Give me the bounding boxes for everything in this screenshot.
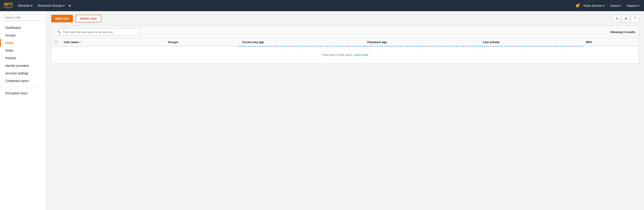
th-password-age-label: Password age bbox=[367, 40, 386, 44]
sidebar-item-users[interactable]: Users bbox=[0, 39, 46, 47]
services-menu-button[interactable]: Services ▾ bbox=[16, 2, 34, 9]
table-toolbar: 🔍 Showing 0 results bbox=[52, 26, 638, 38]
sidebar-item-roles-label: Roles bbox=[5, 49, 14, 52]
select-all-header[interactable] bbox=[52, 38, 60, 46]
resource-groups-label: Resource Groups bbox=[38, 4, 62, 7]
sidebar-item-dashboard[interactable]: Dashboard bbox=[0, 24, 46, 31]
add-user-label: Add user bbox=[55, 17, 69, 20]
top-navigation: Services ▾ Resource Groups ▾ ★ 🔔 Robin M… bbox=[0, 0, 644, 11]
delete-user-button[interactable]: Delete user bbox=[76, 15, 101, 22]
support-chevron-icon: ▾ bbox=[638, 4, 639, 7]
sidebar-item-dashboard-label: Dashboard bbox=[5, 26, 21, 29]
sidebar-divider bbox=[0, 87, 46, 87]
showing-results-label: Showing 0 results bbox=[610, 30, 635, 34]
notifications-bell[interactable]: 🔔 bbox=[576, 4, 580, 7]
th-mfa: MFA bbox=[583, 38, 638, 46]
th-username-label: User name bbox=[64, 40, 78, 44]
th-groups-label: Groups bbox=[168, 40, 178, 44]
aws-logo[interactable] bbox=[4, 2, 12, 9]
services-label: Services bbox=[18, 4, 30, 7]
sidebar-item-roles[interactable]: Roles bbox=[0, 47, 46, 54]
th-password-age: Password age bbox=[364, 38, 480, 46]
search-input[interactable] bbox=[3, 14, 43, 21]
sidebar-item-groups[interactable]: Groups bbox=[0, 31, 46, 39]
user-name-label: Robin Monnier bbox=[584, 4, 602, 7]
table-search-icon: 🔍 bbox=[57, 30, 61, 34]
resource-groups-chevron-icon: ▾ bbox=[63, 4, 64, 7]
support-menu-button[interactable]: Support ▾ bbox=[625, 3, 640, 8]
main-content: Add user Delete user ↻ ⚙ ? 🔍 bbox=[46, 11, 644, 210]
learn-more-link[interactable]: Learn more bbox=[354, 53, 368, 56]
sidebar-item-encryption-keys-label: Encryption keys bbox=[5, 91, 28, 95]
sidebar-item-account-settings-label: Account settings bbox=[5, 71, 28, 75]
settings-button[interactable]: ⚙ bbox=[622, 15, 630, 22]
table-search-box[interactable]: 🔍 bbox=[54, 28, 140, 35]
username-sort-icon: ▾ bbox=[80, 41, 81, 43]
select-all-checkbox[interactable] bbox=[54, 40, 58, 43]
empty-state-row: There are no IAM users. Learn more bbox=[52, 46, 638, 63]
content-header: Add user Delete user ↻ ⚙ ? bbox=[46, 11, 644, 26]
empty-state-text: There are no IAM users. bbox=[321, 53, 353, 56]
notification-badge bbox=[578, 3, 580, 5]
sidebar-nav: Dashboard Groups Users Roles Policies Id… bbox=[0, 23, 46, 98]
delete-user-label: Delete user bbox=[80, 17, 97, 20]
sidebar-item-credential-report[interactable]: Credential report bbox=[0, 77, 46, 85]
th-last-activity-label: Last activity bbox=[483, 40, 500, 44]
users-table-container: 🔍 Showing 0 results User name ▾ bbox=[51, 26, 639, 63]
th-username[interactable]: User name ▾ bbox=[60, 38, 165, 46]
services-chevron-icon: ▾ bbox=[31, 4, 32, 7]
region-menu-button[interactable]: Global ▾ bbox=[609, 3, 622, 8]
th-groups: Groups bbox=[165, 38, 239, 46]
sidebar-item-policies-label: Policies bbox=[5, 56, 16, 60]
help-icon: ? bbox=[634, 16, 636, 20]
sidebar-item-identity-providers[interactable]: Identity providers bbox=[0, 62, 46, 69]
resource-groups-menu-button[interactable]: Resource Groups ▾ bbox=[36, 2, 67, 9]
pin-icon[interactable]: ★ bbox=[68, 3, 71, 8]
th-access-key-age-label: Access key age bbox=[242, 40, 264, 44]
sidebar-item-credential-report-label: Credential report bbox=[5, 79, 28, 83]
header-right-actions: ↻ ⚙ ? bbox=[613, 15, 639, 22]
user-menu-button[interactable]: Robin Monnier ▾ bbox=[582, 3, 606, 8]
table-search-input[interactable] bbox=[63, 30, 137, 34]
app-layout: ‹ Dashboard Groups Users Roles Policies … bbox=[0, 11, 644, 210]
region-label: Global bbox=[610, 4, 619, 7]
refresh-button[interactable]: ↻ bbox=[613, 15, 621, 22]
th-last-activity: Last activity bbox=[480, 38, 583, 46]
help-button[interactable]: ? bbox=[631, 15, 639, 22]
sidebar-search-section bbox=[0, 11, 46, 23]
table-header: User name ▾ Groups Access key age Passwo… bbox=[52, 38, 638, 46]
th-mfa-label: MFA bbox=[586, 40, 592, 44]
table-body: There are no IAM users. Learn more bbox=[52, 46, 638, 63]
sidebar: ‹ Dashboard Groups Users Roles Policies … bbox=[0, 11, 46, 210]
add-user-button[interactable]: Add user bbox=[51, 15, 73, 22]
sidebar-item-policies[interactable]: Policies bbox=[0, 54, 46, 62]
settings-icon: ⚙ bbox=[624, 16, 628, 21]
th-access-key-age: Access key age bbox=[239, 38, 364, 46]
sidebar-item-encryption-keys[interactable]: Encryption keys bbox=[0, 89, 46, 97]
learn-more-label: Learn more bbox=[354, 53, 368, 56]
sidebar-item-users-label: Users bbox=[5, 41, 14, 45]
user-menu-chevron-icon: ▾ bbox=[603, 4, 605, 7]
empty-state-cell: There are no IAM users. Learn more bbox=[52, 46, 638, 63]
sidebar-item-account-settings[interactable]: Account settings bbox=[0, 69, 46, 77]
nav-right-section: 🔔 Robin Monnier ▾ Global ▾ Support ▾ bbox=[576, 3, 640, 8]
refresh-icon: ↻ bbox=[616, 16, 618, 21]
region-chevron-icon: ▾ bbox=[620, 4, 621, 7]
users-table: User name ▾ Groups Access key age Passwo… bbox=[52, 38, 638, 63]
sidebar-collapse-button[interactable]: ‹ bbox=[45, 106, 46, 115]
support-label: Support bbox=[626, 4, 636, 7]
sidebar-item-groups-label: Groups bbox=[5, 33, 16, 37]
sidebar-item-identity-providers-label: Identity providers bbox=[5, 64, 29, 67]
